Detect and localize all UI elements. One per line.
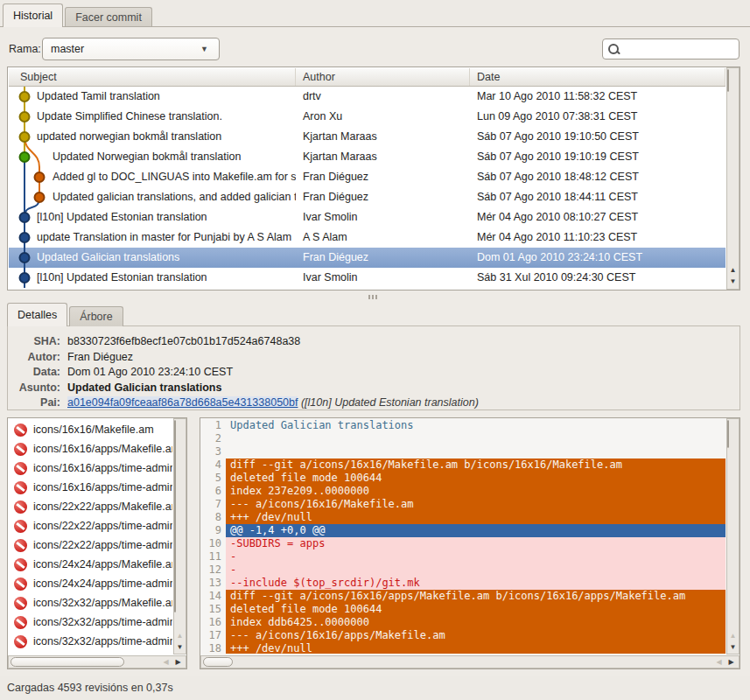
diff-line: 4diff --git a/icons/16x16/Makefile.am b/… — [201, 458, 725, 472]
diff-line-text: @@ -1,4 +0,0 @@ — [226, 524, 725, 537]
scroll-up-icon[interactable]: ▲ — [727, 631, 739, 641]
column-header-date[interactable]: Date — [470, 68, 725, 86]
files-vscrollbar[interactable]: ▲ ▼ — [173, 418, 186, 654]
detail-label: Autor: — [8, 350, 60, 366]
scroll-down-icon[interactable]: ▼ — [727, 642, 739, 653]
file-list-item[interactable]: icons/22x22/apps/time-admin — [9, 536, 172, 555]
commit-subject: Updated Tamil translation — [9, 87, 296, 107]
commit-author: Fran Diéguez — [296, 248, 470, 268]
deleted-file-icon — [14, 424, 27, 437]
column-header-author[interactable]: Author — [296, 68, 470, 86]
tab-historial[interactable]: Historial — [3, 4, 63, 27]
diff-line-text: diff --git a/icons/16x16/apps/Makefile.a… — [226, 590, 725, 603]
table-row[interactable]: update Translation in master for Punjabi… — [9, 228, 725, 248]
diff-line-number: 15 — [201, 603, 226, 616]
scroll-left-icon[interactable]: ◀ — [713, 657, 725, 668]
commit-author: Ivar Smolin — [296, 268, 470, 288]
deleted-file-icon — [14, 520, 27, 533]
diff-line-number: 5 — [201, 472, 226, 485]
file-list-item[interactable]: icons/32x32/apps/Makefile.am — [9, 593, 172, 612]
scroll-left-icon[interactable]: ◀ — [160, 657, 172, 668]
diff-line: 7--- a/icons/16x16/Makefile.am — [201, 498, 725, 511]
column-header-subject[interactable]: Subject — [9, 68, 296, 86]
deleted-file-icon — [14, 481, 27, 494]
commit-date: Sáb 07 Ago 2010 18:48:12 CEST — [470, 167, 725, 187]
deleted-file-icon — [14, 578, 27, 591]
commit-author: Fran Diéguez — [296, 187, 470, 207]
file-name: icons/22x22/apps/time-admin — [33, 520, 172, 532]
scroll-down-icon[interactable]: ▼ — [174, 642, 186, 653]
scrollbar-thumb[interactable] — [203, 657, 233, 667]
scroll-right-icon[interactable]: ▶ — [172, 657, 184, 668]
file-list-item[interactable]: icons/16x16/Makefile.am — [9, 420, 172, 439]
scrollbar-thumb[interactable] — [174, 420, 176, 612]
file-list-item[interactable]: icons/32x32/apps/time-admin — [9, 632, 172, 651]
file-list-item[interactable]: icons/24x24/apps/Makefile.am — [9, 555, 172, 574]
parent-subject: ([l10n] Updated Estonian translation) — [301, 396, 479, 409]
file-list-item[interactable]: icons/22x22/apps/time-admin — [9, 516, 172, 536]
diff-line: 11- — [201, 550, 725, 564]
file-list-item[interactable]: icons/16x16/apps/Makefile.am — [9, 439, 172, 458]
parent-sha-link[interactable]: a01e094fa09fceaaf86a78d668a5e431338050bf — [67, 396, 298, 409]
scroll-down-icon[interactable]: ▼ — [727, 276, 739, 287]
changed-files-list[interactable]: icons/16x16/Makefile.amicons/16x16/apps/… — [9, 419, 172, 654]
detail-value: b8330723f6efb8ecf1e07cb01b17d524a6748a38 — [67, 334, 300, 350]
table-row[interactable]: Updated Norwegian bokmål translationKjar… — [9, 147, 725, 167]
file-list-item[interactable]: icons/32x32/apps/time-admin — [9, 612, 172, 632]
files-hscrollbar[interactable]: ◀ ▶ — [8, 655, 186, 668]
diff-line-text: index 237e209..0000000 — [226, 485, 725, 498]
changed-files-pane: icons/16x16/Makefile.amicons/16x16/apps/… — [7, 417, 187, 669]
diff-line-text: +++ /dev/null — [226, 511, 725, 524]
diff-line-text: --- a/icons/16x16/apps/Makefile.am — [226, 629, 725, 642]
table-row[interactable]: [l10n] Updated Estonian translationIvar … — [9, 207, 725, 228]
tab-detalles[interactable]: Detalles — [7, 303, 67, 326]
diff-line-text: --- a/icons/16x16/Makefile.am — [226, 498, 725, 511]
file-list-item[interactable]: icons/24x24/apps/time-admin — [9, 574, 172, 593]
diff-line-text: +++ /dev/null — [226, 642, 725, 654]
scrollbar-thumb[interactable] — [727, 420, 729, 448]
tab-arbore[interactable]: Árbore — [69, 306, 123, 326]
branch-combobox[interactable]: master ▼ — [42, 38, 220, 60]
table-row[interactable]: Update Simplified Chinese translation.Ar… — [9, 107, 725, 127]
file-name: icons/16x16/apps/time-admin — [33, 462, 172, 474]
table-row[interactable]: Updated galician translations, and added… — [9, 187, 725, 207]
deleted-file-icon — [14, 616, 27, 629]
file-list-item[interactable]: icons/22x22/apps/Makefile.am — [9, 497, 172, 516]
diff-line-number: 10 — [201, 537, 226, 550]
branch-label: Rama: — [9, 43, 41, 55]
commit-rows: Updated Tamil translationdrtvMar 10 Ago … — [9, 87, 725, 288]
file-name: icons/32x32/apps/time-admin — [33, 635, 172, 648]
diff-line-text: --include $(top_srcdir)/git.mk — [226, 577, 725, 590]
scroll-up-icon[interactable]: ▲ — [727, 265, 739, 276]
commit-date: Mar 10 Ago 2010 11:58:32 CEST — [470, 87, 725, 107]
diff-vscrollbar[interactable]: ▲ ▼ — [726, 418, 739, 654]
pane-splitter[interactable] — [0, 291, 750, 303]
table-row[interactable]: Added gl to DOC_LINGUAS into Makefile.am… — [9, 167, 725, 187]
file-list-item[interactable]: icons/16x16/apps/time-admin — [9, 478, 172, 497]
search-input[interactable] — [602, 38, 739, 60]
table-row[interactable]: Updated Galician translationsFran Diégue… — [9, 248, 725, 268]
diff-hscrollbar[interactable]: ◀ ▶ — [200, 655, 739, 668]
table-row[interactable]: Updated Tamil translationdrtvMar 10 Ago … — [9, 87, 725, 107]
diff-line: 12- — [201, 564, 725, 577]
details-tab-bar: Detalles Árbore — [7, 304, 125, 326]
diff-line-text: index ddb6425..0000000 — [226, 616, 725, 629]
detail-label: Pai: — [8, 396, 60, 411]
file-list-item[interactable]: icons/16x16/apps/time-admin — [9, 458, 172, 478]
scrollbar-thumb[interactable] — [727, 69, 729, 92]
tab-facer-commit[interactable]: Facer commit — [65, 7, 152, 27]
table-row[interactable]: updated norwegian bokmål translationKjar… — [9, 127, 725, 147]
diff-text-view[interactable]: 1Updated Galician translations2 3 4diff … — [201, 419, 725, 654]
diff-line-number: 11 — [201, 550, 226, 564]
scroll-up-icon[interactable]: ▲ — [174, 631, 186, 641]
diff-line: 16index ddb6425..0000000 — [201, 616, 725, 629]
diff-line: 9@@ -1,4 +0,0 @@ — [201, 524, 725, 537]
diff-line-number: 14 — [201, 590, 226, 603]
commit-list-vscrollbar[interactable]: ▲ ▼ — [726, 67, 739, 290]
diff-line-text: -SUBDIRS = apps — [226, 537, 725, 550]
table-row[interactable]: [l10n] Updated Estonian translationIvar … — [9, 268, 725, 288]
commit-date: Mér 04 Ago 2010 11:10:23 CEST — [470, 228, 725, 248]
scroll-right-icon[interactable]: ▶ — [725, 657, 737, 668]
commit-author: Aron Xu — [296, 107, 470, 127]
scrollbar-thumb[interactable] — [11, 657, 124, 667]
